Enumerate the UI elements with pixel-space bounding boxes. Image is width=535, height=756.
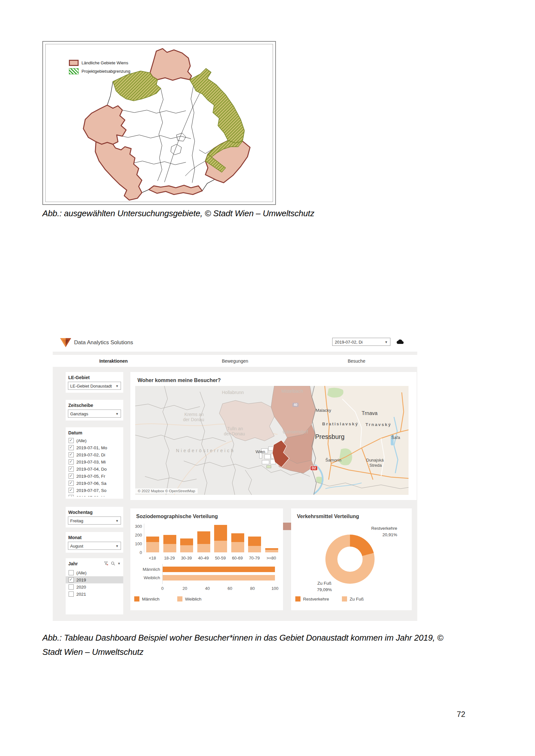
map-label: Streda	[369, 463, 382, 468]
search-icon[interactable]	[111, 561, 115, 566]
tableau-dashboard: Data Analytics Solutions 2019-07-02, Di …	[53, 334, 417, 621]
y-tick-label: 300	[132, 524, 142, 529]
checkbox-item[interactable]: (Alle)	[66, 569, 123, 576]
filter-card-zeitscheibe: Zeitscheibe Ganztags ▼	[66, 400, 123, 420]
figure1-caption: Abb.: ausgewählten Untersuchungsgebiete,…	[42, 208, 314, 219]
checkbox[interactable]	[69, 459, 74, 465]
legend-label: Weiblich	[185, 597, 202, 602]
date-select[interactable]: 2019-07-02, Di ▼	[332, 338, 390, 346]
checkbox-item[interactable]: 2019-07-02, Di	[66, 451, 123, 458]
zeitscheibe-select[interactable]: Ganztags ▼	[68, 410, 121, 418]
map-label: der Donau	[183, 417, 204, 422]
x-tick-label: 0	[157, 586, 167, 591]
figure2-caption-line2: Stadt Wien – Umweltschutz	[42, 647, 502, 657]
slice-label: Restverkehre	[371, 526, 397, 531]
legend-row-rural: Ländliche Gebiete Wiens	[69, 59, 130, 67]
checkbox-label: 2019-07-05, Fr	[76, 474, 105, 479]
checkbox-item[interactable]: (Alle)	[66, 437, 123, 444]
checkbox-item[interactable]: 2019-07-06, Sa	[66, 480, 123, 487]
chevron-down-icon: ▼	[116, 517, 119, 525]
checkbox[interactable]	[69, 481, 74, 486]
zufuss-swatch	[342, 596, 347, 602]
x-tick-label: 40	[203, 586, 212, 591]
verkehr-title: Verkehrsmittel Verteilung	[297, 514, 359, 519]
checkbox-label: 2019-07-02, Di	[76, 452, 105, 457]
hatch-swatch	[69, 68, 79, 74]
brand-logo-icon	[60, 338, 71, 348]
checkbox[interactable]	[69, 445, 74, 450]
bar-segment-weiblich	[197, 544, 210, 553]
checkbox-label: 2019-07-03, Mi	[76, 460, 106, 465]
bar-segment-maennlich	[180, 538, 193, 546]
legend-label: Projektgebietsabgrenzung	[81, 69, 130, 74]
checkbox[interactable]	[69, 466, 74, 472]
transport-mode-panel: Verkehrsmittel Verteilung Restverkehre 2…	[291, 508, 412, 610]
map-label: Trnava	[362, 411, 378, 416]
category-label: 60-69	[229, 555, 246, 560]
checkbox-item[interactable]: 2019-07-04, Do	[66, 466, 123, 472]
checkbox-item[interactable]: 2019-07-03, Mi	[66, 458, 123, 466]
bar-segment-weiblich	[163, 544, 176, 553]
weiblich-swatch	[177, 596, 183, 602]
bar-segment-maennlich	[248, 536, 261, 546]
sociodemographic-panel: Soziodemographische Verteilung 010020030…	[130, 508, 283, 610]
checkbox-item[interactable]: 2019-07-05, Fr	[66, 472, 123, 480]
bar-segment-weiblich	[146, 542, 159, 553]
checkbox-label: 2019-07-08, Mo	[76, 495, 107, 497]
x-tick-label: 60	[225, 586, 235, 591]
checkbox[interactable]	[69, 452, 74, 457]
wochentag-select[interactable]: Freitag ▼	[68, 517, 121, 525]
filter-label: Zeitscheibe	[66, 400, 123, 410]
checkbox-item[interactable]: 2021	[66, 590, 123, 598]
filter-card-datum: Datum (Alle)2019-07-01, Mo2019-07-02, Di…	[66, 427, 123, 499]
checkbox[interactable]	[69, 438, 74, 443]
y-tick-label: 100	[132, 541, 142, 546]
bar-segment-weiblich	[248, 546, 261, 553]
monat-select[interactable]: August ▼	[68, 542, 121, 550]
checkbox-label: 2019-07-07, So	[76, 488, 106, 493]
bar-segment-weiblich	[214, 541, 227, 553]
zeitscheibe-value: Ganztags	[70, 412, 88, 416]
legend-label: Zu Fuß	[350, 597, 364, 602]
choropleth-map[interactable]: © 2022 Mapbox © OpenStreetMap Hollabrunn…	[135, 386, 408, 495]
datum-checklist: (Alle)2019-07-01, Mo2019-07-02, Di2019-0…	[66, 437, 123, 497]
checkbox[interactable]	[69, 495, 74, 497]
gender-row-label: Männlich	[133, 567, 160, 572]
le-gebiet-select[interactable]: LE-Gebiet Donaustadt ▼	[68, 382, 121, 390]
tab-besuche[interactable]: Besuche	[296, 355, 417, 367]
vienna-map-frame: Ländliche Gebiete Wiens Projektgebietsab…	[45, 44, 273, 202]
gender-bar	[162, 575, 275, 580]
checkbox-item[interactable]: 2019-07-01, Mo	[66, 444, 123, 451]
x-tick-label: 80	[247, 586, 257, 591]
bar-segment-weiblich	[265, 550, 278, 553]
chevron-down-icon[interactable]: ▼	[117, 562, 121, 565]
checkbox[interactable]	[69, 570, 74, 575]
donut-label-zufuss: Zu Fuß 79,09%	[310, 580, 339, 593]
bar-segment-maennlich	[163, 535, 176, 544]
tab-interaktionen[interactable]: Interaktionen	[53, 355, 174, 367]
category-label: 40-49	[195, 555, 212, 560]
maennlich-swatch	[134, 596, 139, 602]
date-select-value: 2019-07-02, Di	[335, 340, 363, 344]
filter-card-monat: Monat August ▼	[66, 532, 123, 553]
checkbox-item[interactable]: 2020	[66, 583, 123, 590]
checkbox[interactable]	[69, 577, 74, 582]
checkbox[interactable]	[69, 584, 74, 589]
checkbox[interactable]	[69, 473, 74, 479]
checkbox-item[interactable]: 2019-07-07, So	[66, 487, 123, 494]
tab-bewegungen[interactable]: Bewegungen	[174, 355, 296, 367]
bar-segment-maennlich	[146, 536, 159, 542]
y-tick-label: 200	[132, 533, 142, 537]
checkbox[interactable]	[69, 591, 74, 597]
chevron-down-icon: ▼	[384, 338, 388, 346]
filter-clear-icon[interactable]: x	[104, 561, 109, 566]
category-label: 18-29	[161, 555, 178, 560]
checkbox-item[interactable]: 2019	[66, 576, 123, 583]
checkbox[interactable]	[69, 488, 74, 493]
checkbox-item[interactable]: 2019-07-08, Mo	[66, 494, 123, 497]
bar-segment-weiblich	[180, 545, 193, 553]
filter-label: Datum	[66, 427, 123, 437]
checkbox-label: 2019	[76, 578, 86, 582]
gender-bar	[162, 567, 275, 572]
filter-card-jahr: Jahr x ▼ (Alle)201920202021	[66, 558, 123, 614]
